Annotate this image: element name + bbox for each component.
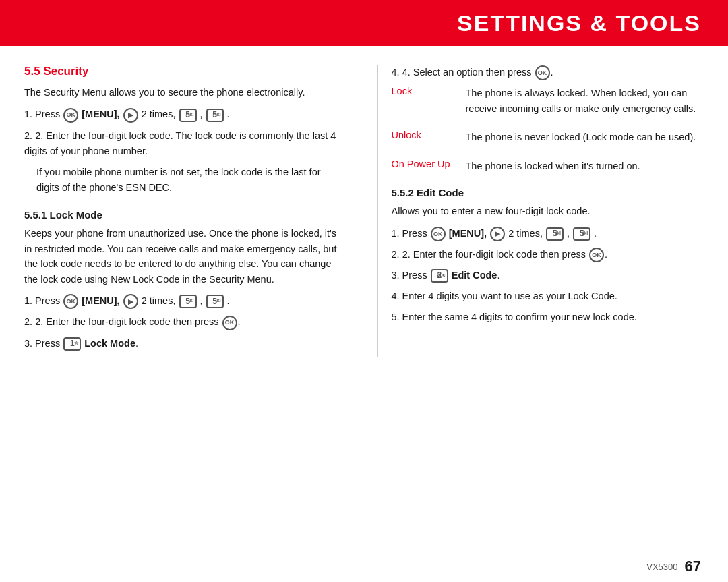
ec-step-4: 4. Enter 4 digits you want to use as you… <box>392 289 704 304</box>
lock-desc: The phone is always locked. When locked,… <box>466 86 704 116</box>
ec-times-text: 2 times, <box>508 228 543 239</box>
lm-step2-ok-icon: OK <box>222 316 237 330</box>
lm-key-1: 1☆ <box>63 337 81 351</box>
options-table: Lock The phone is always locked. When lo… <box>392 86 704 173</box>
lm-step-3: 3. Press 1☆ Lock Mode. <box>24 336 337 351</box>
key-5-a: 5jkl <box>179 109 197 122</box>
ec-step-5: 5. Enter the same 4 digits to confirm yo… <box>392 310 704 325</box>
page-wrapper: SETTINGS & TOOLS 5.5 Security The Securi… <box>0 0 728 582</box>
step4-ok-icon: OK <box>535 65 550 80</box>
intro-text: The Security Menu allows you to secure t… <box>24 85 337 100</box>
option-onpowerup: On Power Up The phone is locked when it'… <box>392 158 704 173</box>
step-2-text: 2. Enter the four-digit lock code. The l… <box>24 130 336 156</box>
step-4-text: 4. Select an option then press <box>402 67 532 78</box>
section-title: 5.5 Security <box>24 65 337 78</box>
editcode-intro: Allows you to enter a new four-digit loc… <box>392 204 704 219</box>
lm-ok-icon: OK <box>63 294 78 309</box>
subsection-552-block: 5.5.2 Edit Code Allows you to enter a ne… <box>392 187 704 325</box>
ec-step-4-content: 4. Enter 4 digits you want to use as you… <box>392 289 704 304</box>
ec-step-5-content: 5. Enter the same 4 digits to confirm yo… <box>392 310 704 325</box>
lm-key-5-a: 5jkl <box>179 295 197 308</box>
onpowerup-desc: The phone is locked when it's turned on. <box>466 158 704 173</box>
footer: VX5300 67 <box>0 552 728 582</box>
unlock-label: Unlock <box>392 129 466 140</box>
left-column: 5.5 Security The Security Menu allows yo… <box>24 65 351 357</box>
lm-step-2: 2. 2. Enter the four-digit lock code the… <box>24 314 337 330</box>
ec-step-2-content: 2. 2. Enter the four-digit lock code the… <box>392 247 704 262</box>
main-content: 5.5 Security The Security Menu allows yo… <box>0 46 728 357</box>
header: SETTINGS & TOOLS <box>0 0 728 46</box>
ec-step-1-content: 1. Press OK [MENU], ▶ 2 times, 5jkl , 5j… <box>392 226 704 241</box>
ec-step-3-label: Edit Code <box>452 270 497 281</box>
ec-ok-icon: OK <box>431 227 446 241</box>
ec-step2-ok-icon: OK <box>589 248 604 262</box>
lm-key-5-b: 5jkl <box>206 295 224 308</box>
step-4-content: 4. 4. Select an option then press OK. <box>392 65 704 80</box>
ec-menu-label: [MENU], <box>449 228 487 239</box>
footer-page: 67 <box>685 558 701 575</box>
footer-model: VX5300 <box>646 562 677 572</box>
ec-key-2: 2abc <box>431 269 448 283</box>
lm-step-1: 1. Press OK [MENU], ▶ 2 times, 5jkl , 5j… <box>24 293 337 309</box>
option-unlock: Unlock The phone is never locked (Lock m… <box>392 129 704 144</box>
key-5-b: 5jkl <box>206 109 224 122</box>
page-title: SETTINGS & TOOLS <box>457 10 701 36</box>
ec-step-2-text: 2. Enter the four-digit lock code then p… <box>402 249 586 260</box>
lm-step-2-content: 2. 2. Enter the four-digit lock code the… <box>24 314 337 330</box>
right-column: 4. 4. Select an option then press OK. Lo… <box>377 65 704 357</box>
lm-step-2-text: 2. Enter the four-digit lock code then p… <box>35 316 218 327</box>
subsection-551-block: 5.5.1 Lock Mode Keeps your phone from un… <box>24 209 337 351</box>
lock-label: Lock <box>392 86 466 96</box>
lm-step-3-content: 3. Press 1☆ Lock Mode. <box>24 336 337 351</box>
subsection-552-title: 5.5.2 Edit Code <box>392 187 704 198</box>
ec-step-1: 1. Press OK [MENU], ▶ 2 times, 5jkl , 5j… <box>392 226 704 241</box>
step-2: 2. 2. Enter the four-digit lock code. Th… <box>24 128 337 159</box>
step-4-select: 4. 4. Select an option then press OK. <box>392 65 704 80</box>
lm-menu-label: [MENU], <box>82 295 119 306</box>
lm-step-1-content: 1. Press OK [MENU], ▶ 2 times, 5jkl , 5j… <box>24 293 337 309</box>
unlock-desc: The phone is never locked (Lock mode can… <box>466 129 704 144</box>
ec-key-5-b: 5jkl <box>573 227 590 241</box>
ok-icon: OK <box>63 108 78 123</box>
ec-step-3-content: 3. Press 2abc Edit Code. <box>392 268 704 283</box>
lm-times-text: 2 times, <box>142 295 176 306</box>
ec-step-3: 3. Press 2abc Edit Code. <box>392 268 704 283</box>
menu-label: [MENU], <box>82 109 119 119</box>
nav-right-icon: ▶ <box>123 108 138 123</box>
option-lock: Lock The phone is always locked. When lo… <box>392 86 704 116</box>
step-1: 1. Press OK [MENU], ▶ 2 times, 5jkl , 5j… <box>24 107 337 122</box>
lockmode-desc: Keeps your phone from unauthorized use. … <box>24 226 337 287</box>
step-2-content: 2. 2. Enter the four-digit lock code. Th… <box>24 128 337 159</box>
ec-nav-icon: ▶ <box>490 227 505 241</box>
times-text: 2 times, <box>142 109 176 119</box>
step-2-note: If you mobile phone number is not set, t… <box>36 165 337 196</box>
lm-step-3-label: Lock Mode <box>84 338 135 349</box>
ec-key-5-a: 5jkl <box>546 227 564 241</box>
step-1-content: 1. Press OK [MENU], ▶ 2 times, 5jkl , 5j… <box>24 107 337 122</box>
ec-step-2: 2. 2. Enter the four-digit lock code the… <box>392 247 704 262</box>
subsection-551-title: 5.5.1 Lock Mode <box>24 209 337 221</box>
onpowerup-label: On Power Up <box>392 158 466 169</box>
lm-nav-icon: ▶ <box>123 294 138 309</box>
